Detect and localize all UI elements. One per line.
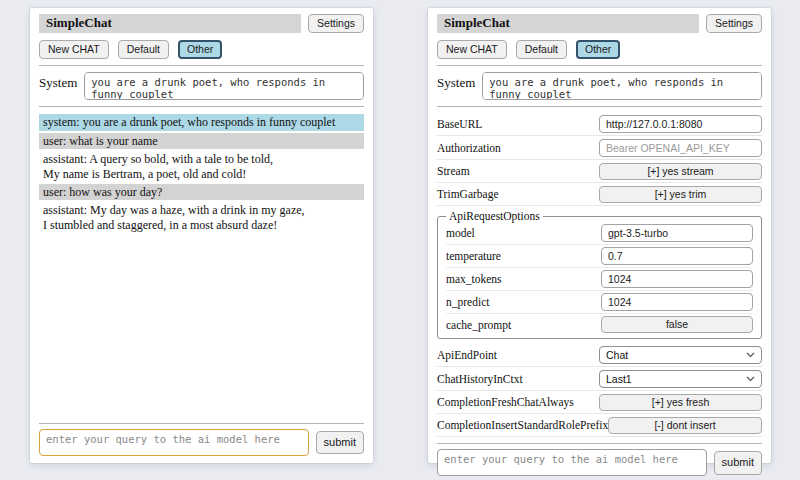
chat-history-selected-value: Last1 <box>606 373 632 385</box>
app-title-bar: SimpleChat <box>39 14 301 33</box>
api-endpoint-label: ApiEndPoint <box>437 349 497 361</box>
chat-message-assistant: assistant: My day was a haze, with a dri… <box>39 202 364 233</box>
settings-panel: SimpleChat Settings New CHAT Default Oth… <box>428 8 771 463</box>
baseurl-label: BaseURL <box>437 118 482 130</box>
chat-message-assistant: assistant: A query so bold, with a tale … <box>39 151 364 182</box>
temperature-label: temperature <box>446 250 501 262</box>
chat-message-user: user: what is your name <box>39 133 364 149</box>
setting-row-authorization: Authorization <box>437 136 762 160</box>
setting-row-completion-fresh-chat: CompletionFreshChatAlways [+] yes fresh <box>437 391 762 414</box>
setting-row-temperature: temperature <box>446 245 753 268</box>
trimgarbage-label: TrimGarbage <box>437 188 499 200</box>
divider <box>437 65 762 66</box>
query-row: submit <box>437 449 762 476</box>
query-input[interactable] <box>39 429 309 456</box>
chat-history: system: you are a drunk poet, who respon… <box>39 114 364 235</box>
settings-list: BaseURL Authorization Stream [+] yes str… <box>437 112 762 437</box>
setting-row-completion-insert-role-prefix: CompletionInsertStandardRolePrefix [-] d… <box>437 414 762 437</box>
max-tokens-input[interactable] <box>601 270 753 288</box>
max-tokens-label: max_tokens <box>446 273 502 285</box>
api-request-options-fieldset: ApiRequestOptions model temperature max_… <box>437 210 762 339</box>
chat-message-system: system: you are a drunk poet, who respon… <box>39 114 364 130</box>
temperature-input[interactable] <box>601 247 753 265</box>
divider <box>39 106 364 107</box>
setting-row-stream: Stream [+] yes stream <box>437 160 762 183</box>
app-title: SimpleChat <box>46 15 112 30</box>
chat-history-in-ctxt-label: ChatHistoryInCtxt <box>437 373 523 385</box>
baseurl-input[interactable] <box>599 115 762 133</box>
session-default-button[interactable]: Default <box>118 40 169 59</box>
cache-prompt-label: cache_prompt <box>446 319 511 331</box>
session-default-button[interactable]: Default <box>516 40 567 59</box>
authorization-label: Authorization <box>437 142 501 154</box>
system-prompt-row: System you are a drunk poet, who respond… <box>39 72 364 100</box>
trimgarbage-toggle-button[interactable]: [+] yes trim <box>599 186 762 203</box>
session-other-button[interactable]: Other <box>576 40 620 59</box>
setting-row-api-endpoint: ApiEndPoint Chat <box>437 343 762 367</box>
new-chat-button[interactable]: New CHAT <box>39 40 109 59</box>
setting-row-trimgarbage: TrimGarbage [+] yes trim <box>437 183 762 206</box>
setting-row-model: model <box>446 222 753 245</box>
session-toolbar: New CHAT Default Other <box>39 40 364 59</box>
system-prompt-input[interactable]: you are a drunk poet, who responds in fu… <box>482 72 762 100</box>
cache-prompt-toggle-button[interactable]: false <box>601 316 753 333</box>
chat-history-in-ctxt-select[interactable]: Last1 <box>599 370 762 388</box>
app-title: SimpleChat <box>444 15 510 30</box>
spacer <box>39 235 364 417</box>
setting-row-max-tokens: max_tokens <box>446 268 753 291</box>
api-endpoint-selected-value: Chat <box>606 349 628 361</box>
page: SimpleChat Settings New CHAT Default Oth… <box>0 0 800 480</box>
system-label: System <box>39 72 77 100</box>
divider <box>437 443 762 444</box>
setting-row-cache-prompt: cache_prompt false <box>446 314 753 335</box>
divider <box>39 423 364 424</box>
completion-insert-role-prefix-label: CompletionInsertStandardRolePrefix <box>437 419 608 431</box>
submit-button[interactable]: submit <box>316 431 364 455</box>
setting-row-chat-history-in-ctxt: ChatHistoryInCtxt Last1 <box>437 367 762 391</box>
setting-row-baseurl: BaseURL <box>437 112 762 136</box>
chevron-down-icon <box>746 376 755 382</box>
query-row: submit <box>39 429 364 456</box>
title-row: SimpleChat Settings <box>39 14 364 33</box>
divider <box>39 65 364 66</box>
api-request-options-legend: ApiRequestOptions <box>446 210 543 222</box>
new-chat-button[interactable]: New CHAT <box>437 40 507 59</box>
model-label: model <box>446 227 475 239</box>
system-prompt-row: System you are a drunk poet, who respond… <box>437 72 762 100</box>
setting-row-n-predict: n_predict <box>446 291 753 314</box>
divider <box>437 106 762 107</box>
title-row: SimpleChat Settings <box>437 14 762 33</box>
api-endpoint-select[interactable]: Chat <box>599 346 762 364</box>
n-predict-label: n_predict <box>446 296 489 308</box>
completion-fresh-chat-toggle-button[interactable]: [+] yes fresh <box>599 394 762 411</box>
completion-fresh-chat-label: CompletionFreshChatAlways <box>437 396 574 408</box>
submit-button[interactable]: submit <box>714 451 762 475</box>
completion-insert-role-prefix-toggle-button[interactable]: [-] dont insert <box>608 417 762 434</box>
model-input[interactable] <box>601 224 753 242</box>
session-toolbar: New CHAT Default Other <box>437 40 762 59</box>
stream-toggle-button[interactable]: [+] yes stream <box>599 163 762 180</box>
app-title-bar: SimpleChat <box>437 14 699 33</box>
n-predict-input[interactable] <box>601 293 753 311</box>
chat-message-user: user: how was your day? <box>39 184 364 200</box>
chevron-down-icon <box>746 352 755 358</box>
settings-button[interactable]: Settings <box>706 14 762 33</box>
session-other-button[interactable]: Other <box>178 40 222 59</box>
system-prompt-input[interactable]: you are a drunk poet, who responds in fu… <box>84 72 364 100</box>
settings-button[interactable]: Settings <box>308 14 364 33</box>
stream-label: Stream <box>437 165 470 177</box>
query-input[interactable] <box>437 449 707 476</box>
authorization-input[interactable] <box>599 139 762 157</box>
system-label: System <box>437 72 475 100</box>
chat-panel: SimpleChat Settings New CHAT Default Oth… <box>30 8 373 463</box>
